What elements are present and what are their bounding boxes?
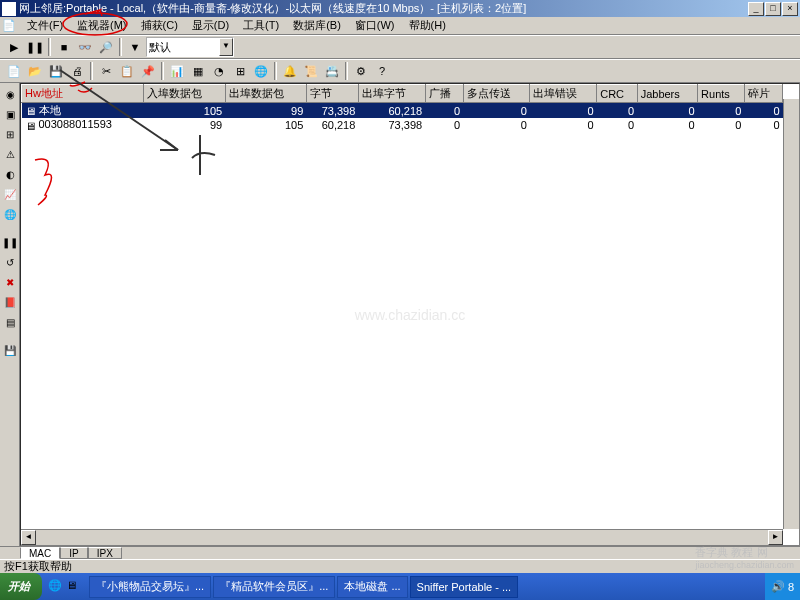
tool-help-icon[interactable]: ? <box>372 61 392 81</box>
quick-launch: 🌐 🖥 <box>42 579 88 595</box>
side-global-icon[interactable]: 🌐 <box>1 205 19 223</box>
column-header[interactable]: 碎片 <box>744 85 782 103</box>
tool-matrix-icon[interactable]: ⊞ <box>230 61 250 81</box>
host-icon: 🖥 <box>25 105 37 117</box>
cell: 0 <box>698 118 745 132</box>
side-history-icon[interactable]: 📈 <box>1 185 19 203</box>
side-dashboard-icon[interactable]: ◉ <box>1 85 19 103</box>
column-header[interactable]: Jabbers <box>637 85 697 103</box>
binoculars-icon[interactable]: 👓 <box>75 37 95 57</box>
cell: 99 <box>144 118 225 132</box>
host-table: Hw地址入埠数据包出埠数据包字节出埠字节广播多点传送出埠错误CRCJabbers… <box>21 84 783 132</box>
side-columns-icon[interactable]: ▤ <box>1 313 19 331</box>
filter-icon[interactable]: ▼ <box>125 37 145 57</box>
tool-copy-icon[interactable]: 📋 <box>117 61 137 81</box>
stop-button[interactable]: ■ <box>54 37 74 57</box>
column-header[interactable]: 出埠错误 <box>530 85 597 103</box>
column-header[interactable]: 多点传送 <box>463 85 530 103</box>
menu-capture[interactable]: 捕获(C) <box>134 17 185 34</box>
row-label: 🖥003088011593 <box>22 118 144 132</box>
table-row[interactable]: 🖥0030880115939910560,21873,3980000000 <box>22 118 783 132</box>
side-matrix-icon[interactable]: ⊞ <box>1 125 19 143</box>
play-button[interactable]: ▶ <box>4 37 24 57</box>
ql-ie-icon[interactable]: 🌐 <box>48 579 64 595</box>
ql-desktop-icon[interactable]: 🖥 <box>66 579 82 595</box>
menu-tools[interactable]: 工具(T) <box>236 17 286 34</box>
tool-new-icon[interactable]: 📄 <box>4 61 24 81</box>
tool-history-icon[interactable]: 📜 <box>301 61 321 81</box>
task-item-2[interactable]: 『精品软件会员区』... <box>213 576 335 598</box>
cell: 99 <box>225 103 306 119</box>
minimize-button[interactable]: _ <box>748 2 764 16</box>
menu-display[interactable]: 显示(D) <box>185 17 236 34</box>
menu-file[interactable]: 文件(F) <box>20 17 70 34</box>
column-header[interactable]: 广播 <box>425 85 463 103</box>
tool-options-icon[interactable]: ⚙ <box>351 61 371 81</box>
tool-save-icon[interactable]: 💾 <box>46 61 66 81</box>
task-item-3[interactable]: 本地磁盘 ... <box>337 576 407 598</box>
menu-monitor[interactable]: 监视器(M) <box>70 17 134 34</box>
vertical-scrollbar[interactable] <box>783 99 799 529</box>
tool-pie-icon[interactable]: ◔ <box>209 61 229 81</box>
dropdown-arrow-icon[interactable]: ▼ <box>219 38 233 56</box>
tool-chart-icon[interactable]: 📊 <box>167 61 187 81</box>
table-row[interactable]: 🖥本地1059973,39860,2180000000 <box>22 103 783 119</box>
start-button[interactable]: 开始 <box>0 573 42 600</box>
tab-ip[interactable]: IP <box>60 547 87 559</box>
column-header[interactable]: Hw地址 <box>22 85 144 103</box>
toolbar-main: ▶ ❚❚ ■ 👓 🔎 ▼ ▼ <box>0 35 800 59</box>
column-header[interactable]: 出埠字节 <box>358 85 425 103</box>
start-label: 开始 <box>8 579 30 594</box>
cell: 105 <box>144 103 225 119</box>
tab-ipx[interactable]: IPX <box>88 547 122 559</box>
side-export-icon[interactable]: 💾 <box>1 341 19 359</box>
cell: 0 <box>425 118 463 132</box>
profile-dropdown[interactable]: ▼ <box>146 37 234 57</box>
cell: 0 <box>698 103 745 119</box>
tool-cut-icon[interactable]: ✂ <box>96 61 116 81</box>
task-item-1[interactable]: 『小熊物品交易坛』... <box>89 576 211 598</box>
tab-mac[interactable]: MAC <box>20 547 60 559</box>
scroll-right-icon[interactable]: ► <box>768 530 783 545</box>
tool-address-icon[interactable]: 📇 <box>322 61 342 81</box>
maximize-button[interactable]: □ <box>765 2 781 16</box>
menu-help[interactable]: 帮助(H) <box>402 17 453 34</box>
profile-input[interactable] <box>147 38 219 56</box>
cell: 0 <box>637 103 697 119</box>
tool-grid-icon[interactable]: ▦ <box>188 61 208 81</box>
cell: 0 <box>744 118 782 132</box>
close-button[interactable]: × <box>782 2 798 16</box>
content-area: Hw地址入埠数据包出埠数据包字节出埠字节广播多点传送出埠错误CRCJabbers… <box>20 83 800 546</box>
tool-globe-icon[interactable]: 🌐 <box>251 61 271 81</box>
side-alarm-icon[interactable]: ⚠ <box>1 145 19 163</box>
status-bar: 按F1获取帮助 <box>0 559 800 573</box>
menu-database[interactable]: 数据库(B) <box>286 17 348 34</box>
cell: 0 <box>463 118 530 132</box>
tool-print-icon[interactable]: 🖨 <box>67 61 87 81</box>
side-book-icon[interactable]: 📕 <box>1 293 19 311</box>
side-hosts-icon[interactable]: ▣ <box>1 105 19 123</box>
cell: 105 <box>225 118 306 132</box>
side-reset-icon[interactable]: ↺ <box>1 253 19 271</box>
horizontal-scrollbar[interactable]: ◄ ► <box>21 529 783 545</box>
tray-icon[interactable]: 🔊 <box>771 580 785 593</box>
title-text: 网上邻居:Portable - Local,（软件由-商量斋-修改汉化）-以太网… <box>19 1 748 16</box>
pause-button[interactable]: ❚❚ <box>25 37 45 57</box>
menubar-icon: 📄 <box>2 19 16 33</box>
tool-paste-icon[interactable]: 📌 <box>138 61 158 81</box>
side-pause-icon[interactable]: ❚❚ <box>1 233 19 251</box>
column-header[interactable]: 出埠数据包 <box>225 85 306 103</box>
scroll-left-icon[interactable]: ◄ <box>21 530 36 545</box>
tool-open-icon[interactable]: 📂 <box>25 61 45 81</box>
column-header[interactable]: Runts <box>698 85 745 103</box>
menu-window[interactable]: 窗口(W) <box>348 17 402 34</box>
side-delete-icon[interactable]: ✖ <box>1 273 19 291</box>
system-tray[interactable]: 🔊 8 <box>765 573 800 600</box>
task-item-4[interactable]: Sniffer Portable - ... <box>410 576 519 598</box>
side-protocol-icon[interactable]: ◐ <box>1 165 19 183</box>
column-header[interactable]: 入埠数据包 <box>144 85 225 103</box>
find-next-icon[interactable]: 🔎 <box>96 37 116 57</box>
tool-alarm-icon[interactable]: 🔔 <box>280 61 300 81</box>
column-header[interactable]: 字节 <box>306 85 358 103</box>
column-header[interactable]: CRC <box>597 85 637 103</box>
